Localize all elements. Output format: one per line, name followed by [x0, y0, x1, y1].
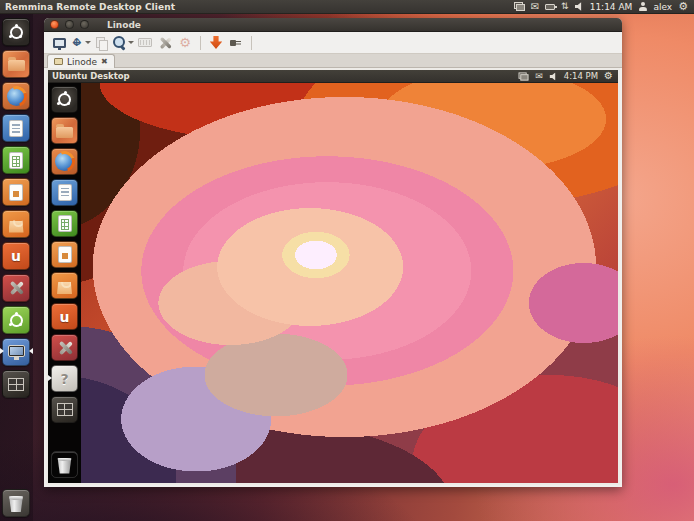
host-clock[interactable]: 11:14 AM [590, 2, 633, 12]
remote-launcher-item-ubuntu-one[interactable]: u [51, 303, 78, 330]
launcher-item-libreoffice-impress[interactable] [2, 178, 30, 206]
remote-launcher-item-system-settings[interactable] [51, 334, 78, 361]
launcher-item-dash-home[interactable] [2, 18, 30, 46]
window-maximize-button[interactable] [80, 20, 89, 29]
remote-launcher-item-dash-home[interactable] [51, 86, 78, 113]
host-launcher: u [0, 14, 33, 521]
host-indicator-tray: ✉ ⇅ 11:14 AM alex ⚙ [514, 1, 694, 12]
launcher-item-software-center[interactable] [2, 210, 30, 238]
launcher-item-remmina[interactable] [2, 338, 30, 366]
session-gear-icon[interactable]: ⚙ [678, 1, 688, 12]
writer-document-icon [9, 120, 23, 137]
remote-clock[interactable]: 4:14 PM [564, 71, 598, 81]
running-indicator-arrow [48, 375, 52, 381]
connection-tabbar: Linode ✖ [44, 54, 622, 68]
toggle-fullscreen-button[interactable] [50, 34, 68, 52]
window-minimize-button[interactable] [65, 20, 74, 29]
running-indicator-arrow [0, 348, 4, 354]
remote-launcher-item-workspace-switcher[interactable] [51, 396, 78, 423]
disconnect-button[interactable] [227, 34, 245, 52]
remote-indicator-tray: ✉ 4:14 PM ⚙ [518, 71, 618, 81]
volume-icon[interactable] [549, 72, 557, 80]
plug-icon [230, 38, 242, 48]
remote-screen-icon [54, 58, 63, 65]
remote-launcher-item-trash[interactable] [51, 451, 78, 478]
battery-icon[interactable] [545, 4, 555, 10]
firefox-icon [55, 152, 74, 171]
desktop: Remmina Remote Desktop Client ✉ ⇅ 11:14 … [0, 0, 694, 521]
writer-document-icon [58, 184, 72, 201]
chevron-down-icon[interactable] [128, 41, 134, 44]
ubuntu-logo-icon [10, 26, 23, 39]
remote-launcher-item-libreoffice-calc[interactable] [51, 210, 78, 237]
workspace-grid-icon [8, 378, 24, 391]
mail-icon[interactable]: ✉ [531, 2, 539, 12]
launcher-item-ubuntu-software[interactable] [2, 306, 30, 334]
resize-window-button[interactable]: ↔↕ [70, 34, 91, 52]
connection-settings-button[interactable]: ⚙ [176, 34, 194, 52]
impress-presentation-icon [9, 184, 23, 201]
ubuntu-logo-icon [58, 93, 71, 106]
firefox-icon [7, 87, 26, 106]
move-arrows-icon: ↔↕ [70, 36, 83, 49]
launcher-item-ubuntu-one[interactable]: u [2, 242, 30, 270]
duplicate-connection-button[interactable] [93, 34, 111, 52]
minimize-window-button[interactable] [207, 34, 225, 52]
chevron-down-icon[interactable] [85, 41, 91, 44]
keyboard-icon [138, 38, 152, 47]
launcher-item-firefox[interactable] [2, 82, 30, 110]
toolbar-separator [251, 36, 252, 50]
focused-indicator-arrow [29, 348, 33, 354]
volume-icon[interactable] [575, 2, 584, 11]
remote-launcher-item-home-folder[interactable] [51, 117, 78, 144]
window-close-button[interactable] [50, 20, 59, 29]
user-icon[interactable] [638, 2, 647, 11]
remmina-toolbar: ↔↕ ⚙ [44, 32, 622, 54]
mail-icon[interactable]: ✉ [535, 72, 543, 81]
host-username[interactable]: alex [653, 2, 672, 12]
toggle-scaled-mode-button[interactable] [113, 34, 134, 52]
grab-keyboard-button[interactable] [136, 34, 154, 52]
impress-presentation-icon [58, 246, 72, 263]
window-titlebar[interactable]: Linode [44, 18, 622, 32]
window-title: Linode [107, 20, 141, 30]
launcher-item-workspace-switcher[interactable] [2, 370, 30, 398]
host-top-panel: Remmina Remote Desktop Client ✉ ⇅ 11:14 … [0, 0, 694, 14]
tab-close-icon[interactable]: ✖ [101, 58, 108, 66]
remote-desktop-viewport[interactable]: Ubuntu Desktop ✉ 4:14 PM ⚙ [46, 68, 620, 485]
tab-linode[interactable]: Linode ✖ [47, 54, 115, 68]
remote-launcher-item-help[interactable]: ? [51, 365, 78, 392]
folder-icon [8, 60, 25, 71]
sync-arrows-icon[interactable]: ⇅ [561, 2, 569, 11]
remote-desktop-body: u ? [48, 83, 618, 483]
launcher-item-home-folder[interactable] [2, 50, 30, 78]
folder-icon [56, 127, 73, 138]
remmina-window: Linode ↔↕ ⚙ Linode ✖ [44, 18, 622, 487]
fullscreen-icon [53, 38, 66, 48]
launcher-item-libreoffice-calc[interactable] [2, 146, 30, 174]
network-icon[interactable] [514, 2, 525, 11]
ubuntu-one-icon: u [60, 309, 70, 325]
remote-launcher-item-libreoffice-writer[interactable] [51, 179, 78, 206]
remote-launcher-item-software-center[interactable] [51, 272, 78, 299]
remote-launcher: u ? [48, 83, 81, 483]
session-gear-icon[interactable]: ⚙ [604, 71, 613, 81]
launcher-item-libreoffice-writer[interactable] [2, 114, 30, 142]
remote-wallpaper [48, 83, 618, 483]
launcher-item-system-settings[interactable] [2, 274, 30, 302]
remote-launcher-item-firefox[interactable] [51, 148, 78, 175]
copy-icon [96, 37, 108, 49]
toolbar-separator [200, 36, 201, 50]
launcher-item-trash[interactable] [2, 489, 30, 517]
calc-spreadsheet-icon [58, 215, 72, 232]
remmina-monitor-icon [8, 345, 25, 357]
connection-tools-button[interactable] [156, 34, 174, 52]
remote-launcher-item-libreoffice-impress[interactable] [51, 241, 78, 268]
host-panel-app-title: Remmina Remote Desktop Client [0, 2, 175, 12]
remote-panel-title: Ubuntu Desktop [48, 71, 130, 81]
network-icon[interactable] [519, 72, 529, 80]
tab-label: Linode [67, 57, 97, 67]
remote-top-panel: Ubuntu Desktop ✉ 4:14 PM ⚙ [48, 70, 618, 83]
trash-icon [9, 496, 24, 512]
trash-icon [57, 458, 72, 474]
